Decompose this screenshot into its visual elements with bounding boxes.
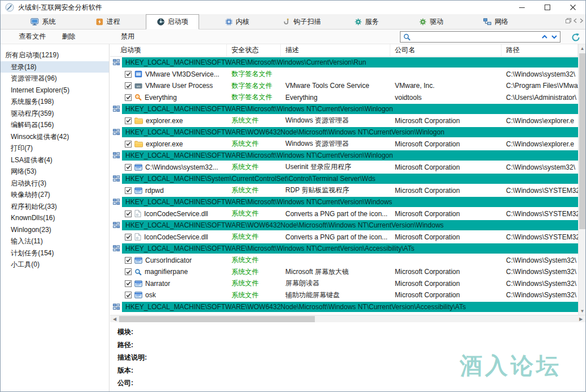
item-path: C:\Windows\SYSTEM32: [501, 208, 578, 220]
startup-item-row[interactable]: explorer.exe系统文件Windows 资源管理器Microsoft C…: [110, 115, 578, 127]
sidebar-category-item[interactable]: LSA提供者(4): [1, 154, 109, 166]
item-checkbox[interactable]: [125, 94, 132, 101]
sidebar-category-item[interactable]: 计划任务(154): [1, 247, 109, 259]
registry-group-row[interactable]: HKEY_LOCAL_MACHINE\SOFTWARE\Microsoft\Wi…: [110, 243, 578, 255]
item-path: C:\Windows\system32\: [501, 162, 578, 174]
vertical-scrollbar[interactable]: ▲ ▼: [578, 44, 585, 315]
startup-item-row[interactable]: C:\Windows\system32...系统文件Userinit 登录应用程…: [110, 162, 578, 174]
column-header-desc[interactable]: 描述: [281, 44, 390, 56]
tab-services[interactable]: 服务: [340, 14, 393, 29]
detail-field-label: 路径:: [117, 340, 133, 350]
view-file-button[interactable]: 查看文件: [16, 30, 48, 43]
startup-item-row[interactable]: IconCodecService.dll系统文件Converts a PNG p…: [110, 231, 578, 243]
column-header-status[interactable]: 安全状态: [227, 44, 281, 56]
sidebar-category-item[interactable]: KnownDlls(16): [1, 212, 109, 224]
item-checkbox[interactable]: [125, 187, 132, 194]
maximize-button[interactable]: [534, 1, 560, 14]
scroll-down-icon[interactable]: ▼: [579, 307, 586, 315]
item-name: explorer.exe: [146, 117, 183, 125]
horizontal-scrollbar[interactable]: ◀ ▶: [110, 315, 585, 322]
startup-item-row[interactable]: CursorIndicator系统文件C:\Windows\System32\: [110, 255, 578, 267]
tab-system[interactable]: 系统: [16, 14, 70, 29]
sidebar-category-item[interactable]: 小工具(0): [1, 259, 109, 271]
startup-item-row[interactable]: osk系统文件辅助功能屏幕键盘Microsoft CorporationC:\W…: [110, 289, 578, 301]
startup-item-row[interactable]: magnifierpane系统文件Microsoft 屏幕放大镜Microsof…: [110, 266, 578, 278]
sidebar-category-item[interactable]: 系统服务(198): [1, 96, 109, 108]
registry-group-row[interactable]: HKEY_LOCAL_MACHINE\System\CurrentControl…: [110, 173, 578, 185]
hook-scan-icon: [283, 18, 290, 26]
registry-group-row[interactable]: HKEY_LOCAL_MACHINE\SOFTWARE\WOW6432Node\…: [110, 127, 578, 138]
tab-hook-scan[interactable]: 钩子扫描: [275, 14, 328, 29]
window-stack-icon: [566, 18, 571, 23]
app-logo-icon: [5, 3, 14, 12]
scroll-up-icon[interactable]: ▲: [579, 44, 586, 52]
sidebar-category-item[interactable]: 登录(18): [1, 61, 109, 73]
column-header-name[interactable]: 启动项: [110, 44, 227, 56]
disable-button[interactable]: 禁用: [119, 30, 137, 43]
item-checkbox[interactable]: [125, 141, 132, 147]
registry-group-row[interactable]: HKEY_LOCAL_MACHINE\SOFTWARE\WOW6432Node\…: [110, 220, 578, 231]
sidebar-category-item[interactable]: 驱动程序(359): [1, 108, 109, 120]
sidebar-category-item[interactable]: 所有启动项(1219): [1, 49, 109, 61]
sidebar-category-item[interactable]: Winsock提供者(42): [1, 131, 109, 143]
item-company: Microsoft Corporation: [390, 278, 501, 290]
registry-group-row[interactable]: HKEY_LOCAL_MACHINE\SOFTWARE\WOW6432Node\…: [110, 301, 578, 313]
sidebar-category-item[interactable]: 映像劫持(27): [1, 189, 109, 201]
registry-group-row[interactable]: HKEY_LOCAL_MACHINE\SOFTWARE\Microsoft\Wi…: [110, 57, 578, 69]
item-checkbox[interactable]: [125, 257, 132, 264]
sidebar-category-item[interactable]: 网络(53): [1, 166, 109, 178]
item-checkbox[interactable]: [125, 82, 132, 89]
startup-item-row[interactable]: Everything数字签名文件EverythingvoidtoolsC:\Us…: [110, 92, 578, 104]
title-bar: 火绒剑-互联网安全分析软件: [1, 1, 585, 14]
startup-item-row[interactable]: vmVMware User Process数字签名文件VMware Tools …: [110, 80, 578, 92]
startup-item-row[interactable]: explorer.exe系统文件Windows 资源管理器Microsoft C…: [110, 138, 578, 150]
sidebar-category-item[interactable]: Winlogon(23): [1, 224, 109, 236]
tab-scroll-right-icon[interactable]: [579, 18, 584, 23]
column-header-path[interactable]: 路径: [501, 44, 578, 56]
sidebar-category-item[interactable]: 输入法(11): [1, 235, 109, 247]
search-prev-button[interactable]: [539, 32, 549, 41]
tab-process[interactable]: 进程: [81, 14, 134, 29]
refresh-button[interactable]: [570, 32, 581, 43]
tab-kernel[interactable]: 内核: [210, 14, 264, 29]
sidebar-category-item[interactable]: 程序初始化(33): [1, 201, 109, 213]
item-checkbox[interactable]: [125, 117, 132, 124]
delete-button[interactable]: 删除: [60, 30, 78, 43]
startup-item-row[interactable]: rdpwd系统文件RDP 剪贴板监视程序Microsoft Corporatio…: [110, 185, 578, 197]
horizontal-scroll-thumb[interactable]: [119, 316, 315, 322]
sidebar-category-item[interactable]: 编解码器(156): [1, 119, 109, 131]
tab-overflow-controls[interactable]: [566, 18, 584, 23]
search-input[interactable]: [414, 32, 539, 41]
registry-group-row[interactable]: HKEY_LOCAL_MACHINE\SOFTWARE\Microsoft\Wi…: [110, 196, 578, 208]
item-checkbox[interactable]: [125, 268, 132, 275]
tab-scroll-left-icon[interactable]: [573, 18, 577, 23]
registry-group-row[interactable]: HKEY_LOCAL_MACHINE\SOFTWARE\Microsoft\Wi…: [110, 103, 578, 115]
startup-item-row[interactable]: Narrator系统文件屏幕朗读器Microsoft CorporationC:…: [110, 278, 578, 290]
item-checkbox[interactable]: [125, 234, 132, 241]
sidebar-category-item[interactable]: Internet Explorer(5): [1, 85, 109, 96]
item-path: C:\Windows\System32\: [501, 289, 578, 301]
item-checkbox[interactable]: [125, 210, 132, 217]
registry-path-label: HKEY_LOCAL_MACHINE\SOFTWARE\Microsoft\Wi…: [122, 243, 578, 254]
item-checkbox[interactable]: [125, 280, 132, 287]
registry-group-row[interactable]: HKEY_LOCAL_MACHINE\SOFTWARE\Microsoft\Wi…: [110, 150, 578, 162]
minimize-button[interactable]: [509, 1, 534, 14]
sidebar-category-item[interactable]: 资源管理器(96): [1, 73, 109, 85]
startup-item-row[interactable]: IconCodecService.dll系统文件Converts a PNG p…: [110, 208, 578, 220]
tab-drivers[interactable]: 驱动: [404, 14, 458, 29]
item-checkbox[interactable]: [125, 71, 132, 78]
column-header-company[interactable]: 公司名: [390, 44, 501, 56]
close-button[interactable]: [560, 1, 585, 14]
startup-item-row[interactable]: VMware VM3DService...数字签名文件C:\Windows\sy…: [110, 69, 578, 81]
item-checkbox[interactable]: [125, 164, 132, 171]
item-company: Microsoft Corporation: [390, 231, 501, 243]
item-checkbox[interactable]: [125, 292, 132, 298]
tab-network[interactable]: 网络: [469, 14, 522, 29]
sidebar-category-item[interactable]: 打印(7): [1, 142, 109, 154]
search-next-button[interactable]: [549, 32, 559, 41]
registry-key-icon: [113, 304, 120, 310]
tab-startup[interactable]: 启动项: [146, 14, 199, 29]
vertical-scroll-thumb[interactable]: [579, 53, 585, 229]
sidebar-category-item[interactable]: 启动执行(3): [1, 178, 109, 189]
app-window-icon: [134, 280, 142, 287]
